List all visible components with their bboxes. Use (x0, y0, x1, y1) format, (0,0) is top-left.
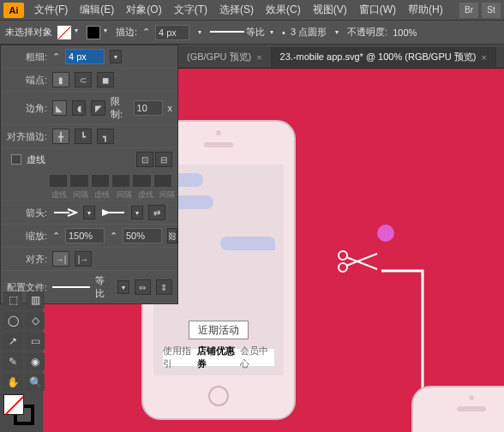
eyedropper-tool-icon[interactable]: ✎ (3, 353, 22, 370)
stroke-style-label: 等比 (246, 26, 265, 39)
arrow-end-dd[interactable]: ▾ (131, 206, 143, 219)
bridge-icon[interactable]: Br (459, 3, 478, 18)
column-graph-icon[interactable]: ▥ (26, 291, 45, 309)
scissors-icon (336, 249, 379, 277)
svg-point-1 (339, 263, 347, 272)
type-tool-icon[interactable]: ↗ (3, 333, 22, 350)
menu-select[interactable]: 选择(S) (214, 1, 259, 19)
profile-type: 等比 (95, 274, 113, 300)
swap-arrows-icon[interactable]: ⇄ (148, 205, 165, 220)
weight-label: 粗细: (6, 51, 47, 63)
scale-stepper[interactable]: ⌃ (110, 231, 117, 242)
menu-effect[interactable]: 效果(C) (261, 1, 306, 19)
arrow-start-dd[interactable]: ▾ (83, 206, 95, 219)
weight-input[interactable] (65, 49, 105, 64)
menu-help[interactable]: 帮助(H) (403, 1, 448, 19)
lasso-tool-icon[interactable]: ◯ (3, 312, 22, 329)
menu-edit[interactable]: 编辑(E) (75, 1, 119, 19)
limit-suffix: x (168, 103, 173, 113)
align-center-icon[interactable]: ╋ (52, 129, 69, 144)
stroke-style-dd[interactable]: ▾ (267, 27, 277, 38)
flip-across-icon[interactable]: ⇕ (156, 279, 172, 295)
menu-object[interactable]: 对象(O) (121, 1, 166, 19)
align-inside-icon[interactable]: ┗ (75, 129, 92, 144)
scale-stepper[interactable]: ⌃ (52, 231, 60, 242)
stock-icon[interactable]: St (482, 3, 501, 18)
gap-input[interactable] (111, 174, 130, 188)
align2-label: 对齐: (6, 253, 47, 266)
corner-bevel-icon[interactable]: ◤ (91, 100, 105, 116)
menu-type[interactable]: 文字(T) (169, 1, 213, 19)
menu-window[interactable]: 窗口(W) (354, 1, 401, 19)
tab-close-icon[interactable]: × (481, 52, 486, 63)
tab-doc-1[interactable]: (GB/GPU 预览) × (178, 47, 272, 67)
align-outside-icon[interactable]: ┓ (97, 129, 114, 144)
stroke-style-preview (210, 31, 244, 39)
scale-start-input[interactable] (65, 228, 105, 243)
dash-input[interactable] (91, 174, 110, 188)
fill-swatch-none[interactable] (57, 26, 71, 39)
graph-tool-icon[interactable]: ⬚ (3, 291, 22, 309)
tab-doc-2[interactable]: 23.-mobile app.svg* @ 100% (RGB/GPU 预览) … (272, 47, 496, 67)
link-scale-icon[interactable]: ⛓ (167, 228, 177, 243)
stroke-panel: 粗细: ⌃ ▾ 端点: ▮ ⊂ ◼ 边角: ◣ ◖ ◤ 限制: x 对齐描边: … (0, 45, 178, 304)
tab-label: (GB/GPU 预览) (187, 51, 251, 63)
scale-label: 缩放: (6, 230, 47, 243)
brush-dd[interactable]: ▾ (332, 27, 342, 38)
arrow-start-preview (52, 207, 78, 218)
cap-round-icon[interactable]: ⊂ (75, 72, 92, 87)
dashed-checkbox[interactable] (11, 154, 21, 165)
cap-butt-icon[interactable]: ▮ (52, 72, 69, 87)
phone-sensor (216, 130, 221, 135)
menu-file[interactable]: 文件(F) (29, 1, 73, 19)
gap-input[interactable] (69, 174, 88, 188)
dash-input[interactable] (132, 174, 151, 188)
fill-dropdown[interactable]: ▾ (71, 26, 81, 36)
dash-preserve-icon[interactable]: ⊡ (136, 152, 153, 167)
nav-guide[interactable]: 使用指引 (163, 345, 197, 370)
opacity-value[interactable]: 100% (393, 27, 417, 38)
phone-mockup-2[interactable] (411, 386, 504, 432)
tool-stack: ⬚ ▥ ◯ ◇ ↗ ▭ ✎ ◉ ✋ 🔍 (3, 291, 45, 391)
weight-dd[interactable]: ▾ (110, 50, 122, 63)
stroke-stepper-down[interactable]: ⌃ (142, 27, 150, 38)
arrow-align-tip-icon[interactable]: →| (52, 251, 69, 267)
document-tabs: (GB/GPU 预览) × 23.-mobile app.svg* @ 100%… (178, 46, 504, 69)
nav-coupon[interactable]: 店铺优惠券 (197, 345, 240, 370)
corner-round-icon[interactable]: ◖ (72, 100, 87, 116)
shape-tool-icon[interactable]: ◇ (26, 312, 45, 329)
stroke-width-dd[interactable]: ▾ (195, 27, 205, 38)
zoom-tool-icon[interactable]: 🔍 (26, 374, 45, 391)
arrow-align-end-icon[interactable]: |→ (75, 251, 92, 267)
gap-input[interactable] (153, 174, 172, 188)
stroke-dropdown[interactable]: ▾ (100, 26, 111, 36)
bottom-nav: 使用指引 店铺优惠券 会员中心 (162, 348, 275, 367)
weight-stepper[interactable]: ⌃ (52, 51, 60, 63)
control-bar: 未选择对象 ▾ ▾ 描边: ⌃ ▾ 等比 ▾ • 3 点圆形 ▾ 不透明度: 1… (0, 21, 504, 45)
menubar: Ai 文件(F) 编辑(E) 对象(O) 文字(T) 选择(S) 效果(C) 视… (0, 0, 504, 21)
limit-label: 限制: (111, 95, 128, 121)
dash-input[interactable] (49, 174, 68, 188)
fill-color-box[interactable] (3, 394, 24, 415)
anchor-point[interactable] (377, 225, 394, 242)
stroke-width-input[interactable] (155, 25, 189, 40)
scale-end-input[interactable] (123, 228, 162, 243)
tab-close-icon[interactable]: × (256, 52, 261, 63)
promo-button[interactable]: 近期活动 (189, 321, 249, 339)
dash-align-icon[interactable]: ⊟ (155, 152, 172, 167)
fill-stroke-indicator[interactable] (3, 394, 38, 429)
stroke-swatch[interactable] (87, 26, 100, 39)
blend-tool-icon[interactable]: ◉ (26, 353, 45, 370)
phone-speaker (457, 406, 486, 411)
limit-input[interactable] (134, 100, 163, 116)
tab-label: 23.-mobile app.svg* @ 100% (RGB/GPU 预览) (280, 51, 477, 63)
cap-square-icon[interactable]: ◼ (97, 72, 114, 87)
gradient-tool-icon[interactable]: ▭ (26, 333, 45, 350)
hand-tool-icon[interactable]: ✋ (3, 374, 22, 391)
brush-label[interactable]: 3 点圆形 (291, 26, 327, 39)
corner-miter-icon[interactable]: ◣ (52, 100, 67, 116)
flip-along-icon[interactable]: ⇔ (135, 279, 151, 295)
profile-dd[interactable]: ▾ (117, 280, 129, 294)
menu-view[interactable]: 视图(V) (308, 1, 352, 19)
nav-member[interactable]: 会员中心 (240, 345, 274, 370)
